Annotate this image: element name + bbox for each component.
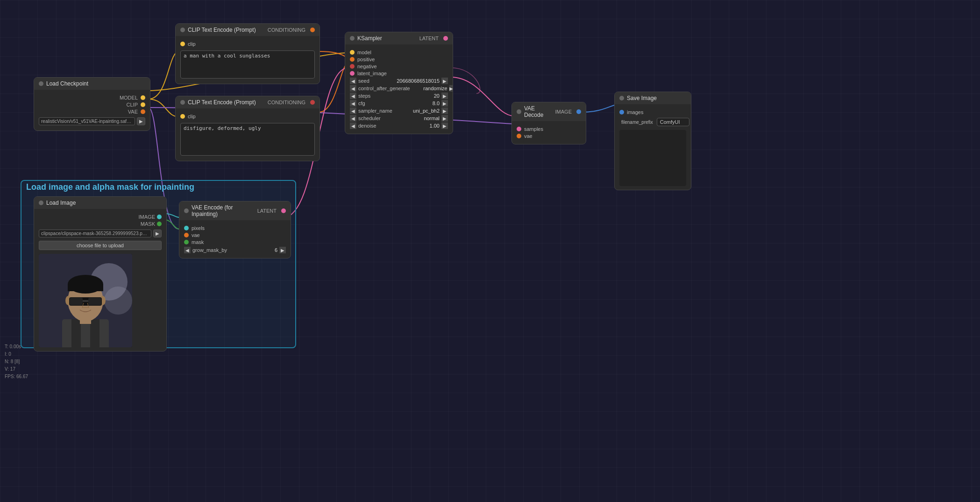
denoise-left-btn[interactable]: ◀ xyxy=(350,122,356,129)
port-clip-negative-in[interactable] xyxy=(180,114,185,119)
save-image-node: Save Image images filename_prefix xyxy=(614,92,691,190)
control-after-generate-row: ◀ control_after_generate randomize ▶ xyxy=(350,85,448,92)
load-checkpoint-node: Load Checkpoint MODEL CLIP VAE realistic… xyxy=(34,77,150,131)
port-latent-image-in[interactable] xyxy=(350,71,355,76)
load-checkpoint-header: Load Checkpoint xyxy=(34,78,150,90)
svg-rect-5 xyxy=(90,319,99,347)
vae-encode-mask-row: mask xyxy=(184,239,286,245)
port-image-out[interactable] xyxy=(576,109,581,114)
port-latent-out[interactable] xyxy=(443,36,448,41)
steps-right-btn[interactable]: ▶ xyxy=(441,93,448,99)
seed-left-btn[interactable]: ◀ xyxy=(350,78,356,84)
sampler-right-btn[interactable]: ▶ xyxy=(441,108,448,114)
port-samples-in[interactable] xyxy=(517,127,521,131)
load-image-file-row: clipspace/clipspace-mask-365258.29999995… xyxy=(39,229,162,237)
vae-encode-inpainting-node: VAE Encode (for Inpainting) LATENT pixel… xyxy=(179,201,291,258)
node-dot xyxy=(619,96,624,100)
node-dot xyxy=(517,109,521,114)
save-image-preview xyxy=(619,130,686,186)
load-image-filename: clipspace/clipspace-mask-365258.29999995… xyxy=(39,229,151,237)
port-mask-encode-in[interactable] xyxy=(184,240,189,244)
load-checkpoint-title: Load Checkpoint xyxy=(46,80,88,87)
vae-decode-samples-row: samples xyxy=(517,126,581,132)
clip-text-encode-negative-node: CLIP Text Encode (Prompt) CONDITIONING c… xyxy=(175,96,320,161)
sampler-left-btn[interactable]: ◀ xyxy=(350,108,356,114)
svg-point-2 xyxy=(104,287,132,315)
port-positive-in[interactable] xyxy=(350,57,355,62)
stat-vertices: V: 17 xyxy=(5,366,28,373)
image-preview xyxy=(39,254,132,347)
node-dot xyxy=(350,36,355,41)
checkpoint-filename: realisticVision/v51_v51VAE-inpainting.sa… xyxy=(39,117,135,125)
group-title: Load image and alpha mask for inpainting xyxy=(26,180,194,194)
negative-prompt-textarea[interactable]: disfigure, deformed, ugly xyxy=(180,123,315,156)
ksampler-positive-row: positive xyxy=(350,57,448,62)
node-dot xyxy=(180,100,185,105)
cfg-row: ◀ cfg 8.0 ▶ xyxy=(350,100,448,107)
stat-nodes: N: 8 [8] xyxy=(5,358,28,366)
output-vae-row: VAE xyxy=(39,109,145,115)
checkpoint-file-row: realisticVision/v51_v51VAE-inpainting.sa… xyxy=(39,117,145,125)
port-vae-encode-in[interactable] xyxy=(184,233,189,237)
vae-encode-vae-row: vae xyxy=(184,232,286,238)
choose-file-button[interactable]: choose file to upload xyxy=(39,241,162,250)
port-vae-out[interactable] xyxy=(141,109,145,114)
checkpoint-file-btn[interactable]: ▶ xyxy=(137,117,145,125)
clip-text-positive-title: CLIP Text Encode (Prompt) xyxy=(188,27,256,33)
ksampler-title: KSampler xyxy=(357,35,382,42)
positive-prompt-textarea[interactable]: a man with a cool sunglasses xyxy=(180,50,315,79)
stat-fps: FPS: 66.67 xyxy=(5,373,28,380)
port-clip-out[interactable] xyxy=(141,102,145,107)
steps-left-btn[interactable]: ◀ xyxy=(350,93,356,99)
control-left-btn[interactable]: ◀ xyxy=(350,85,356,92)
scheduler-right-btn[interactable]: ▶ xyxy=(441,115,448,122)
ksampler-negative-row: negative xyxy=(350,64,448,69)
load-image-node: Load Image IMAGE MASK clipspace/clipspac… xyxy=(34,196,167,351)
port-conditioning-negative-out[interactable] xyxy=(310,100,315,105)
grow-mask-right-btn[interactable]: ▶ xyxy=(279,247,286,253)
node-dot xyxy=(180,28,185,32)
port-image-load-out[interactable] xyxy=(157,215,162,219)
vae-decode-node: VAE Decode IMAGE samples vae xyxy=(511,102,586,144)
ksampler-header: KSampler LATENT xyxy=(345,32,453,44)
load-mask-output-row: MASK xyxy=(39,221,162,227)
node-dot xyxy=(39,201,43,205)
clip-text-negative-header: CLIP Text Encode (Prompt) CONDITIONING xyxy=(176,96,320,108)
denoise-right-btn[interactable]: ▶ xyxy=(441,122,448,129)
clip-text-encode-positive-node: CLIP Text Encode (Prompt) CONDITIONING c… xyxy=(175,23,320,84)
cfg-right-btn[interactable]: ▶ xyxy=(441,100,448,107)
port-mask-load-out[interactable] xyxy=(157,222,162,226)
port-clip-positive-in[interactable] xyxy=(180,42,185,46)
denoise-row: ◀ denoise 1.00 ▶ xyxy=(350,122,448,129)
output-model-row: MODEL xyxy=(39,95,145,100)
person-svg xyxy=(39,254,132,347)
port-model-in[interactable] xyxy=(350,50,355,55)
clip-text-positive-header: CLIP Text Encode (Prompt) CONDITIONING xyxy=(176,24,320,36)
port-negative-in[interactable] xyxy=(350,64,355,69)
port-conditioning-positive-out[interactable] xyxy=(310,28,315,32)
load-image-title: Load Image xyxy=(46,200,76,206)
control-right-btn[interactable]: ▶ xyxy=(449,85,453,92)
svg-rect-14 xyxy=(88,298,101,305)
stat-iterations: I: 0 xyxy=(5,351,28,358)
scheduler-left-btn[interactable]: ◀ xyxy=(350,115,356,122)
port-vae-in[interactable] xyxy=(517,134,521,138)
scheduler-row: ◀ scheduler normal ▶ xyxy=(350,115,448,122)
svg-rect-13 xyxy=(70,298,83,305)
port-pixels-in[interactable] xyxy=(184,226,189,230)
stats-overlay: T: 0.00s I: 0 N: 8 [8] V: 17 FPS: 66.67 xyxy=(5,343,28,380)
svg-rect-15 xyxy=(83,300,88,302)
filename-prefix-input[interactable] xyxy=(657,118,689,126)
cfg-left-btn[interactable]: ◀ xyxy=(350,100,356,107)
port-latent-encode-out[interactable] xyxy=(281,208,286,213)
seed-right-btn[interactable]: ▶ xyxy=(441,78,448,84)
grow-mask-left-btn[interactable]: ◀ xyxy=(184,247,191,253)
save-image-header: Save Image xyxy=(615,92,691,104)
vae-decode-vae-row: vae xyxy=(517,133,581,139)
load-image-file-btn[interactable]: ▶ xyxy=(153,229,162,237)
ksampler-model-row: model xyxy=(350,50,448,55)
port-model-out[interactable] xyxy=(141,95,145,100)
clip-positive-input-row: clip xyxy=(180,41,315,47)
port-images-in[interactable] xyxy=(619,110,624,115)
sampler-name-row: ◀ sampler_name uni_pc_bh2 ▶ xyxy=(350,108,448,114)
